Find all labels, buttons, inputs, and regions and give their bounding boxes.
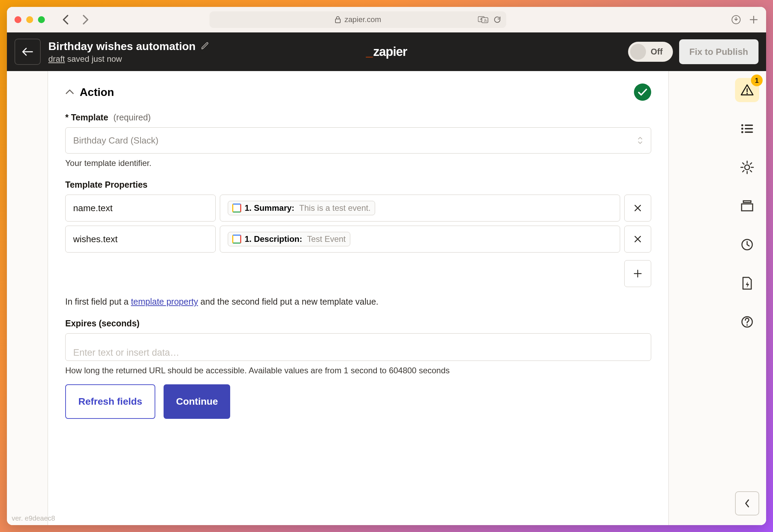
version-label: ver. e9deaec8 <box>12 514 55 522</box>
help-button[interactable] <box>735 310 759 334</box>
browser-forward-button[interactable] <box>77 11 94 28</box>
browser-url-host: zapier.com <box>344 15 381 24</box>
history-button[interactable] <box>735 233 759 257</box>
stack-icon <box>740 200 754 212</box>
token-label: 1. Description: <box>245 234 302 244</box>
status-check-icon <box>634 83 651 101</box>
template-field-help: Your template identifier. <box>65 158 651 168</box>
zapier-logo: _zapier <box>366 45 407 59</box>
svg-point-11 <box>741 131 743 133</box>
window-zoom-button[interactable] <box>38 16 45 23</box>
property-key-text: wishes.text <box>73 234 118 245</box>
refresh-fields-button[interactable]: Refresh fields <box>65 384 155 419</box>
gear-icon <box>740 160 754 174</box>
right-rail: 1 <box>728 71 766 525</box>
publish-button-label: Fix to Publish <box>689 47 748 57</box>
zap-enabled-toggle[interactable]: Off <box>628 42 673 62</box>
window-traffic-lights <box>14 16 45 23</box>
svg-rect-0 <box>335 19 340 23</box>
svg-rect-23 <box>742 204 753 211</box>
publish-button[interactable]: Fix to Publish <box>679 39 759 64</box>
remove-row-button[interactable] <box>624 195 651 221</box>
google-calendar-icon <box>232 204 241 213</box>
content-area: Action * Template (required) Birthday Ca… <box>7 71 766 525</box>
expires-input[interactable]: Enter text or insert data… <box>65 333 651 361</box>
svg-point-6 <box>746 93 748 94</box>
window-minimize-button[interactable] <box>26 16 33 23</box>
add-row-button[interactable] <box>624 260 651 287</box>
warning-icon <box>740 84 754 96</box>
svg-point-13 <box>745 165 750 170</box>
svg-point-9 <box>741 128 743 130</box>
refresh-fields-label: Refresh fields <box>78 396 142 407</box>
issues-badge: 1 <box>751 75 763 86</box>
browser-window: zapier.com Aあ Birthd <box>7 7 766 525</box>
downloads-icon[interactable] <box>731 14 741 25</box>
zap-status: draft saved just now <box>48 54 210 64</box>
back-button[interactable] <box>14 39 41 65</box>
remove-row-button[interactable] <box>624 226 651 253</box>
issues-button[interactable]: 1 <box>735 78 759 102</box>
browser-back-button[interactable] <box>57 11 74 28</box>
versions-button[interactable] <box>735 194 759 218</box>
app-header: Birthday wishes automation draft saved j… <box>7 32 766 71</box>
list-icon <box>741 124 754 134</box>
property-row: name.text 1. Summary: This is a test eve… <box>65 195 651 221</box>
outline-button[interactable] <box>735 117 759 141</box>
clock-icon <box>741 238 754 251</box>
lock-icon <box>335 16 341 23</box>
continue-button[interactable]: Continue <box>164 384 230 419</box>
zap-status-saved: saved just now <box>65 54 122 63</box>
mapped-token[interactable]: 1. Summary: This is a test event. <box>228 201 375 215</box>
chevron-left-icon <box>744 499 750 508</box>
zap-title[interactable]: Birthday wishes automation <box>48 40 196 53</box>
template-property-link[interactable]: template property <box>131 297 198 306</box>
mapped-token[interactable]: 1. Description: Test Event <box>228 232 350 246</box>
svg-text:あ: あ <box>484 18 487 22</box>
template-field-label: * Template (required) <box>65 112 651 122</box>
help-icon <box>741 315 754 328</box>
svg-rect-12 <box>745 131 753 133</box>
property-value-input[interactable]: 1. Summary: This is a test event. <box>220 195 620 221</box>
browser-nav <box>57 11 94 28</box>
window-close-button[interactable] <box>14 16 21 23</box>
svg-line-20 <box>750 163 752 164</box>
continue-label: Continue <box>176 396 218 407</box>
edit-title-icon[interactable] <box>200 41 210 51</box>
template-properties-label: Template Properties <box>65 180 651 190</box>
zap-file-icon <box>741 276 753 290</box>
properties-help: In first field put a template property a… <box>65 297 651 307</box>
token-label: 1. Summary: <box>245 203 294 213</box>
svg-point-26 <box>746 324 748 326</box>
new-tab-icon[interactable] <box>749 15 759 24</box>
collapse-icon <box>65 89 74 95</box>
select-chevrons-icon <box>637 136 643 145</box>
browser-address-bar[interactable]: zapier.com Aあ <box>209 11 506 28</box>
template-select-value: Birthday Card (Slack) <box>73 135 158 146</box>
expires-placeholder: Enter text or insert data… <box>73 347 179 358</box>
toggle-label: Off <box>651 47 663 57</box>
run-button[interactable] <box>735 271 759 295</box>
expires-label: Expires (seconds) <box>65 318 651 328</box>
property-key-input[interactable]: name.text <box>65 195 216 221</box>
section-title: Action <box>80 86 628 99</box>
token-value: Test Event <box>307 234 346 244</box>
settings-button[interactable] <box>735 155 759 179</box>
collapse-rail-button[interactable] <box>735 491 759 515</box>
svg-rect-10 <box>745 128 753 129</box>
browser-toolbar: zapier.com Aあ <box>7 7 766 32</box>
property-key-input[interactable]: wishes.text <box>65 226 216 253</box>
translate-icon[interactable]: Aあ <box>478 16 488 24</box>
template-select[interactable]: Birthday Card (Slack) <box>65 127 651 154</box>
svg-line-18 <box>743 163 744 164</box>
token-value: This is a test event. <box>299 203 371 213</box>
property-row: wishes.text 1. Description: Test Event <box>65 226 651 253</box>
property-value-input[interactable]: 1. Description: Test Event <box>220 226 620 253</box>
reload-icon[interactable] <box>493 16 501 24</box>
zap-status-draft[interactable]: draft <box>48 54 65 63</box>
action-panel: Action * Template (required) Birthday Ca… <box>48 71 669 525</box>
toggle-knob <box>630 44 646 60</box>
svg-line-19 <box>750 170 752 172</box>
section-header[interactable]: Action <box>65 83 651 101</box>
svg-point-7 <box>741 124 743 126</box>
